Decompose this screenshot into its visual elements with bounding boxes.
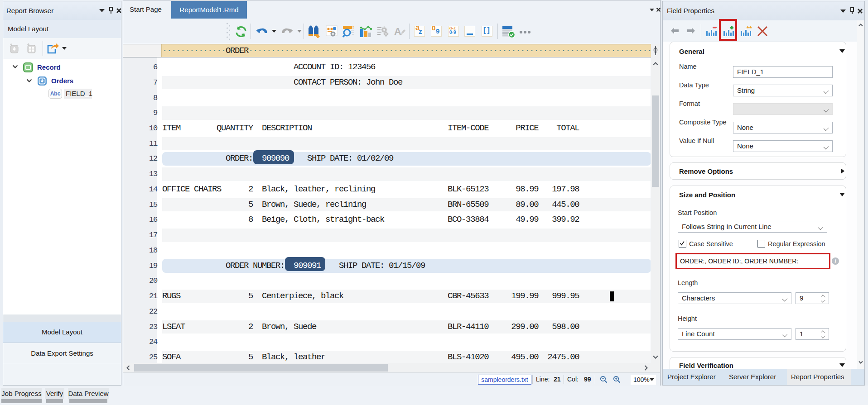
svg-text:A: A xyxy=(394,26,401,37)
